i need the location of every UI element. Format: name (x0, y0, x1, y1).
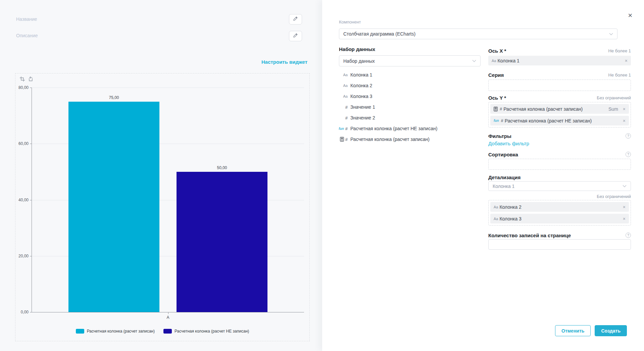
bar-series-0[interactable]: 75,00 (68, 102, 159, 312)
dataset-item-icons: # (339, 137, 350, 142)
dataset-item-label: Колонка 3 (350, 94, 372, 99)
field-chip: AaКолонка 3× (490, 214, 629, 223)
y-axis-label: 40,00 (18, 198, 29, 202)
legend-label: Расчетная колонка (расчет записан) (87, 329, 155, 334)
y-axis-tick (30, 256, 32, 256)
dataset-item-icons: # (339, 105, 350, 110)
legend-swatch (76, 329, 84, 334)
plot-area: 80,0060,0040,0020,000,0075,0050,00A (32, 88, 304, 312)
x-axis-tick (168, 312, 168, 314)
calculator-icon (494, 107, 498, 111)
x-axis-hint: Не более 1 (608, 48, 631, 53)
chip-label: Колонка 2 (499, 204, 521, 210)
gridline (32, 88, 304, 88)
chip-icons: # (494, 106, 502, 111)
field-chip: AaКолонка 1× (488, 56, 631, 65)
detail-select-placeholder: Колонка 1 (493, 184, 514, 189)
remove-chip-icon[interactable]: × (623, 205, 626, 209)
help-icon[interactable]: ? (626, 133, 631, 139)
widget-settings-panel: ✕ Компонент Столбчатая диаграмма (EChart… (322, 0, 644, 351)
dataset-column-item[interactable]: #Значение 2 (339, 113, 481, 122)
field-chip: AaКолонка 2× (490, 202, 629, 212)
config-column: Ось X * Не более 1 AaКолонка 1× Серия Не… (488, 0, 631, 250)
y-axis-tick (30, 312, 32, 312)
edit-name-button[interactable] (289, 14, 302, 24)
detail-select[interactable]: Колонка 1 (488, 181, 631, 191)
y-axis-tick (30, 88, 32, 88)
detail-hint: Без ограничений (597, 194, 631, 199)
chart-legend: Расчетная колонка (расчет записан)Расчет… (15, 329, 309, 334)
number-type-icon: # (500, 106, 502, 111)
chip-label: Колонка 3 (499, 216, 521, 221)
detail-label: Детализация (488, 174, 521, 180)
function-icon: fun (339, 127, 344, 131)
series-dropzone[interactable] (488, 80, 631, 91)
sorting-dropzone[interactable] (488, 159, 631, 170)
create-button[interactable]: Создать (595, 325, 627, 336)
widget-preview-pane: Название Описание Настроить виджет 80,00… (0, 0, 322, 351)
chart-preview-card: 80,0060,0040,0020,000,0075,0050,00A Расч… (15, 73, 310, 341)
remove-chip-icon[interactable]: × (623, 216, 626, 221)
dataset-column-item[interactable]: AaКолонка 2 (339, 81, 481, 90)
x-axis-chips: AaКолонка 1× (488, 56, 631, 65)
bar-series-1[interactable]: 50,00 (177, 172, 267, 312)
remove-chip-icon[interactable]: × (623, 107, 626, 111)
chart-toolbox (19, 76, 34, 82)
remove-chip-icon[interactable]: × (623, 118, 626, 123)
dataset-select[interactable]: Набор данных (339, 55, 481, 66)
text-type-icon: Aa (343, 84, 348, 88)
y-axis-label: 0,00 (21, 310, 29, 314)
dataset-item-icons: # (339, 115, 350, 120)
bar-value-label: 50,00 (217, 165, 227, 170)
dataset-column-item[interactable]: AaКолонка 1 (339, 70, 481, 79)
dataset-column-item[interactable]: AaКолонка 3 (339, 92, 481, 101)
add-filter-link[interactable]: Добавить фильтр (488, 141, 631, 146)
dataset-item-icons: Aa (339, 73, 350, 77)
box-select-icon[interactable] (19, 76, 25, 82)
edit-description-button[interactable] (289, 31, 302, 41)
help-icon[interactable]: ? (626, 233, 631, 238)
legend-label: Расчетная колонка (расчет НЕ записан) (175, 329, 249, 334)
bar-value-label: 75,00 (109, 95, 119, 100)
detail-chips[interactable]: AaКолонка 2×AaКолонка 3× (488, 200, 631, 225)
dataset-column-item[interactable]: #Значение 1 (339, 103, 481, 111)
dataset-item-icons: Aa (339, 94, 350, 98)
y-axis-label: Ось Y * (488, 95, 506, 101)
function-icon: fun (494, 119, 499, 122)
chip-label: Колонка 1 (497, 58, 519, 63)
number-type-icon: # (501, 118, 503, 123)
dataset-item-label: Колонка 2 (350, 83, 372, 88)
chip-label: Расчетная колонка (расчет НЕ записан) (505, 118, 592, 123)
dataset-column-item[interactable]: #Расчетная колонка (расчет записан) (339, 135, 481, 144)
chip-icons: Aa (494, 205, 498, 209)
dataset-item-label: Колонка 1 (350, 72, 372, 78)
help-icon[interactable]: ? (626, 152, 631, 157)
cancel-button[interactable]: Отменить (555, 325, 591, 336)
pencil-icon (293, 33, 298, 39)
x-axis-label: A (166, 315, 169, 320)
panel-actions: Отменить Создать (555, 325, 627, 336)
x-axis-label: Ось X * (488, 48, 506, 54)
remove-chip-icon[interactable]: × (625, 58, 628, 63)
description-label: Описание (16, 33, 38, 38)
dataset-item-icons: Aa (339, 84, 350, 88)
filters-label: Фильтры (488, 133, 511, 139)
text-type-icon: Aa (494, 217, 498, 221)
restore-icon[interactable] (28, 76, 34, 82)
y-axis-tick (30, 200, 32, 200)
dataset-item-label: Значение 2 (350, 115, 375, 120)
calculator-icon (340, 137, 344, 142)
page-size-input[interactable] (488, 239, 631, 250)
dataset-column-item[interactable]: fun#Расчетная колонка (расчет НЕ записан… (339, 124, 481, 133)
number-type-icon: # (345, 137, 348, 142)
dataset-item-icons: fun# (339, 126, 350, 131)
y-axis-chips[interactable]: #Расчетная колонка (расчет записан)Sum×f… (488, 102, 631, 128)
legend-swatch (163, 329, 172, 334)
legend-item[interactable]: Расчетная колонка (расчет записан) (76, 329, 155, 334)
text-type-icon: Aa (343, 94, 348, 98)
sorting-label: Сортировка (488, 152, 518, 157)
configure-widget-link[interactable]: Настроить виджет (261, 59, 307, 65)
y-axis-label: 20,00 (18, 254, 29, 258)
legend-item[interactable]: Расчетная колонка (расчет НЕ записан) (163, 329, 249, 334)
y-axis-label: 80,00 (18, 85, 29, 90)
